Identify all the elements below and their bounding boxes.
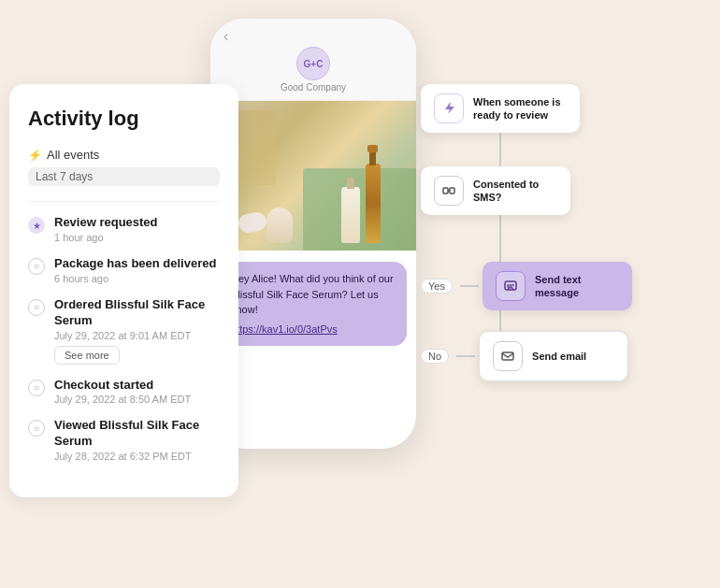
condition-label: Consented to SMS? bbox=[473, 178, 557, 205]
company-name: Good Company bbox=[281, 82, 346, 93]
phone-header: ‹ G+C Good Company bbox=[210, 19, 416, 101]
send-email-node[interactable]: Send email bbox=[479, 331, 628, 381]
send-email-label: Send email bbox=[532, 350, 586, 363]
log-item: ○ Viewed Blissful Silk Face Serum July 2… bbox=[28, 418, 220, 462]
condition-node[interactable]: Consented to SMS? bbox=[421, 166, 570, 215]
log-item-title: Ordered Blissful Silk Face Serum bbox=[54, 297, 220, 329]
sms-message-text: Hey Alice! What did you think of our Bli… bbox=[231, 273, 394, 315]
yes-connector-line bbox=[460, 285, 479, 287]
bolt-icon: ⚡ bbox=[28, 149, 42, 162]
svg-rect-8 bbox=[443, 188, 448, 194]
activity-log-panel: Activity log ⚡ All events Last 7 days ★ … bbox=[9, 84, 238, 497]
send-text-icon bbox=[496, 271, 526, 301]
date-range-filter[interactable]: Last 7 days bbox=[28, 167, 220, 186]
log-icon-review: ★ bbox=[28, 217, 45, 234]
log-item: ○ Ordered Blissful Silk Face Serum July … bbox=[28, 297, 220, 365]
serum-scene bbox=[210, 101, 416, 251]
no-branch: No Send email bbox=[421, 331, 632, 381]
log-icon-viewed: ○ bbox=[28, 420, 45, 437]
log-item-title: Review requested bbox=[54, 215, 220, 231]
log-item: ○ Package has been delivered 6 hours ago bbox=[28, 256, 220, 284]
log-item-time: 6 hours ago bbox=[54, 273, 220, 284]
avatar: G+C bbox=[296, 47, 330, 80]
send-email-icon bbox=[493, 341, 523, 371]
trigger-label: When someone is ready to review bbox=[473, 95, 567, 122]
log-icon-package: ○ bbox=[28, 258, 45, 275]
log-icon-checkout: ○ bbox=[28, 380, 45, 396]
message-area: Hey Alice! What did you think of our Bli… bbox=[210, 251, 416, 357]
log-item: ○ Checkout started July 29, 2022 at 8:50… bbox=[28, 378, 220, 406]
log-item: ★ Review requested 1 hour ago bbox=[28, 215, 220, 243]
trigger-icon bbox=[434, 93, 464, 123]
phone-mockup: ‹ G+C Good Company Hey Alice! Wh bbox=[210, 19, 416, 449]
no-label: No bbox=[421, 349, 449, 364]
divider bbox=[28, 201, 220, 202]
trigger-node-wrapper: When someone is ready to review bbox=[421, 84, 632, 133]
filter-row: ⚡ All events bbox=[28, 148, 220, 162]
log-icon-order: ○ bbox=[28, 299, 45, 316]
yes-branch: Yes Send text message bbox=[421, 262, 632, 310]
condition-icon bbox=[434, 176, 464, 206]
log-item-title: Viewed Blissful Silk Face Serum bbox=[54, 418, 220, 450]
see-more-button[interactable]: See more bbox=[54, 346, 120, 365]
svg-rect-9 bbox=[450, 188, 454, 194]
log-item-time: July 29, 2022 at 9:01 AM EDT bbox=[54, 330, 220, 341]
log-item-time: July 28, 2022 at 6:32 PM EDT bbox=[54, 451, 220, 462]
log-item-time: 1 hour ago bbox=[54, 232, 220, 243]
workflow-container: When someone is ready to review Consente… bbox=[411, 84, 632, 381]
back-icon[interactable]: ‹ bbox=[223, 28, 228, 45]
send-text-label: Send text message bbox=[535, 273, 619, 300]
log-item-time: July 29, 2022 at 8:50 AM EDT bbox=[54, 394, 220, 405]
condition-node-wrapper: Consented to SMS? bbox=[421, 166, 632, 215]
no-connector-line bbox=[456, 355, 475, 357]
log-item-title: Checkout started bbox=[54, 378, 220, 394]
yes-label: Yes bbox=[421, 279, 453, 294]
sms-link[interactable]: https://kav1.io/0/3atPvs bbox=[231, 322, 396, 337]
all-events-filter[interactable]: ⚡ All events bbox=[28, 148, 99, 162]
activity-log-title: Activity log bbox=[28, 107, 220, 131]
sms-bubble: Hey Alice! What did you think of our Bli… bbox=[220, 262, 407, 346]
svg-rect-14 bbox=[502, 352, 513, 360]
log-item-title: Package has been delivered bbox=[54, 256, 220, 272]
send-text-node[interactable]: Send text message bbox=[482, 262, 632, 310]
product-image bbox=[210, 101, 416, 251]
trigger-node[interactable]: When someone is ready to review bbox=[421, 84, 580, 133]
